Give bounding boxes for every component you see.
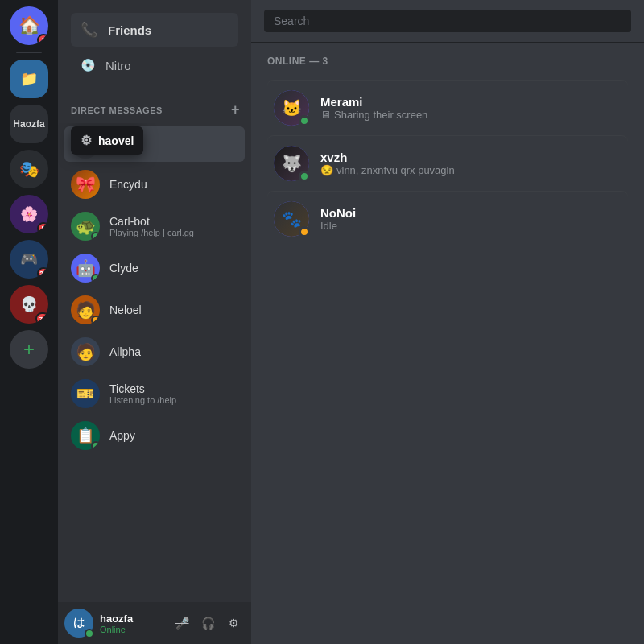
username-label: haozfa — [100, 613, 164, 625]
friend-item-nonoi[interactable]: 🐾 NoNoi Idle — [267, 191, 628, 246]
nonoi-status-dot — [299, 226, 310, 237]
dm-item-tickets[interactable]: 🎫 Tickets Listening to /help — [64, 373, 245, 415]
xvzh-name: xvzh — [320, 151, 621, 164]
encydu-name: Encydu — [109, 178, 147, 191]
server-icon-3[interactable]: 🎭 — [10, 150, 48, 188]
carlbot-status — [91, 232, 100, 241]
neloel-status — [91, 316, 100, 324]
neloel-info: Neloel — [109, 303, 142, 316]
dm-item-appy[interactable]: 📋 Appy — [64, 415, 245, 456]
main-header: Search — [251, 0, 644, 43]
deafen-button[interactable]: 🎧 — [196, 612, 219, 634]
online-section-header: ONLINE — 3 — [267, 56, 628, 67]
carlbot-info: Carl-bot Playing /help | carl.gg — [109, 215, 194, 237]
clyde-avatar: 🤖 — [71, 254, 100, 283]
appy-name: Appy — [109, 429, 135, 442]
merami-status-dot — [299, 115, 310, 126]
appy-info: Appy — [109, 429, 135, 442]
allpha-avatar: 🧑 — [71, 337, 100, 366]
server5-badge: 25 — [37, 267, 48, 279]
user-area: は haozfa Online 🎤 🎧 ⚙ — [58, 602, 251, 644]
nonoi-avatar: 🐾 — [274, 201, 309, 237]
search-placeholder: Search — [274, 14, 309, 27]
merami-avatar: 🐱 — [274, 90, 309, 126]
appy-status — [91, 441, 100, 450]
user-controls: 🎤 🎧 ⚙ — [171, 612, 245, 634]
tooltip-name: haovel — [98, 134, 134, 147]
carlbot-avatar: 🐢 — [71, 212, 100, 241]
clyde-status — [91, 274, 100, 283]
dm-section-header: DIRECT MESSAGES + — [58, 87, 251, 123]
server4-badge: 5 — [37, 222, 48, 233]
haovel-tooltip: ⚙ haovel — [71, 126, 143, 155]
nitro-nav-item[interactable]: 💿 Nitro — [71, 50, 238, 80]
allpha-name: Allpha — [109, 345, 141, 358]
xvzh-activity: 😒vlnn, znxnfvu qrx puvagln — [320, 164, 621, 176]
encydu-avatar: 🎀 — [71, 170, 100, 199]
home-badge: 2 — [37, 34, 48, 45]
friend-item-xvzh[interactable]: 🐺 xvzh 😒vlnn, znxnfvu qrx puvagln — [267, 135, 628, 191]
dm-item-clyde[interactable]: 🤖 Clyde — [64, 247, 245, 289]
friends-nav-item[interactable]: 📞 Friends — [71, 13, 238, 47]
carlbot-name: Carl-bot — [109, 215, 194, 228]
clyde-info: Clyde — [109, 262, 138, 275]
friends-content: ONLINE — 3 🐱 Merami 🖥Sharing their scree… — [251, 43, 644, 644]
dm-item-haovel[interactable]: ⚙ haovel 👤 haovel — [64, 126, 245, 162]
neloel-name: Neloel — [109, 303, 142, 316]
server6-badge: 71 — [35, 312, 48, 324]
server-icon-home[interactable]: 🏠 2 — [10, 6, 48, 45]
merami-info: Merami 🖥Sharing their screen — [320, 95, 621, 121]
add-server-button[interactable]: + — [10, 330, 48, 369]
neloel-avatar: 🧑 — [71, 295, 100, 324]
allpha-info: Allpha — [109, 345, 141, 358]
user-status-dot — [85, 629, 94, 638]
sidebar-top: 📞 Friends 💿 Nitro — [58, 0, 251, 87]
xvzh-info: xvzh 😒vlnn, znxnfvu qrx puvagln — [320, 151, 621, 176]
user-status-text: Online — [100, 625, 164, 634]
friends-label: Friends — [108, 23, 151, 37]
user-avatar-wrap: は — [64, 609, 93, 638]
dm-header-label: DIRECT MESSAGES — [71, 105, 163, 115]
merami-activity: 🖥Sharing their screen — [320, 109, 621, 121]
nonoi-name: NoNoi — [320, 206, 621, 220]
server-icon-5[interactable]: 🎮 25 — [10, 240, 48, 279]
tickets-name: Tickets — [109, 382, 176, 395]
dm-item-encydu[interactable]: 🎀 Encydu — [64, 163, 245, 205]
merami-name: Merami — [320, 95, 621, 109]
friend-item-merami[interactable]: 🐱 Merami 🖥Sharing their screen — [267, 80, 628, 135]
server-icon-6[interactable]: 💀 71 — [10, 285, 48, 324]
dm-list: ⚙ haovel 👤 haovel 🎀 Encydu 🐢 Car — [58, 123, 251, 602]
dm-item-carlbot[interactable]: 🐢 Carl-bot Playing /help | carl.gg — [64, 205, 245, 247]
server-separator — [16, 52, 42, 53]
tickets-sub: Listening to /help — [109, 395, 176, 405]
xvzh-status-dot — [299, 171, 310, 182]
carlbot-sub: Playing /help | carl.gg — [109, 228, 194, 237]
mute-button[interactable]: 🎤 — [171, 612, 193, 634]
server-sidebar: 🏠 2 📁 Haozfa 🎭 🌸 5 🎮 25 💀 71 + — [0, 0, 58, 644]
xvzh-avatar: 🐺 — [274, 146, 309, 181]
dm-add-button[interactable]: + — [226, 100, 245, 120]
server-icon-haozfa[interactable]: Haozfa — [10, 105, 48, 143]
nonoi-info: NoNoi Idle — [320, 206, 621, 232]
main-content: Search ONLINE — 3 🐱 Merami 🖥Sharing thei… — [251, 0, 644, 644]
server-icon-folder[interactable]: 📁 — [10, 60, 48, 98]
dm-item-allpha[interactable]: 🧑 Allpha — [64, 331, 245, 373]
friends-icon: 📞 — [80, 21, 98, 39]
channel-sidebar: 📞 Friends 💿 Nitro DIRECT MESSAGES + ⚙ ha… — [58, 0, 251, 644]
dm-item-neloel[interactable]: 🧑 Neloel — [64, 289, 245, 331]
tickets-avatar: 🎫 — [71, 379, 100, 408]
nonoi-activity: Idle — [320, 220, 621, 232]
nitro-label: Nitro — [105, 59, 131, 72]
user-info: haozfa Online — [100, 613, 164, 634]
clyde-name: Clyde — [109, 262, 138, 275]
encydu-info: Encydu — [109, 178, 147, 191]
server-icon-4[interactable]: 🌸 5 — [10, 195, 48, 233]
settings-button[interactable]: ⚙ — [222, 612, 245, 634]
tickets-info: Tickets Listening to /help — [109, 382, 176, 405]
search-bar[interactable]: Search — [264, 10, 631, 32]
nitro-icon: 💿 — [80, 58, 96, 72]
tooltip-gear-icon: ⚙ — [80, 133, 92, 148]
appy-avatar: 📋 — [71, 421, 100, 450]
